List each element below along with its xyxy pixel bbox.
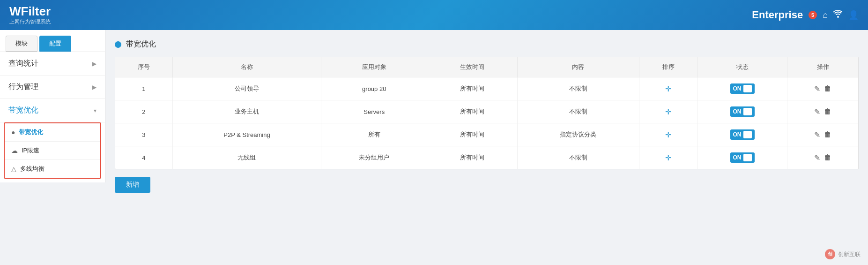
sidebar-submenu-ip-limit[interactable]: ☁ IP限速 (5, 142, 100, 160)
cell-action-1: ✎ 🗑 (787, 100, 858, 123)
cell-order-3: ✛ (639, 146, 697, 169)
circle-icon: ● (11, 129, 15, 136)
col-header-time: 生效时间 (427, 57, 517, 77)
cell-order-2: ✛ (639, 123, 697, 146)
edit-icon-1[interactable]: ✎ (814, 107, 820, 116)
move-icon-0[interactable]: ✛ (665, 85, 671, 93)
cell-content-2: 指定协议分类 (517, 123, 639, 146)
page-header-dot (115, 41, 121, 48)
toggle-handle-1 (743, 108, 752, 115)
sidebar-item-query-label: 查询统计 (8, 59, 38, 68)
edit-icon-0[interactable]: ✎ (814, 84, 820, 93)
toggle-0[interactable]: ON (730, 83, 755, 94)
toggle-label-1: ON (733, 108, 742, 115)
cell-name-1: 业务主机 (172, 100, 321, 123)
move-icon-1[interactable]: ✛ (665, 108, 671, 116)
sidebar-submenu-bandwidth: ● 带宽优化 ☁ IP限速 △ 多线均衡 (4, 122, 101, 179)
toggle-1[interactable]: ON (730, 106, 755, 117)
col-header-name: 名称 (172, 57, 321, 77)
sidebar-menu: 查询统计 ▶ 行为管理 ▶ 带宽优化 ▾ ● 带宽优化 (0, 52, 105, 182)
action-buttons-2: ✎ 🗑 (792, 130, 853, 139)
wifi-icon[interactable] (833, 10, 843, 20)
toggle-2[interactable]: ON (730, 129, 755, 140)
sidebar-item-behavior[interactable]: 行为管理 ▶ (0, 76, 105, 99)
logo-title: WFilter (9, 5, 51, 18)
move-icon-3[interactable]: ✛ (665, 154, 671, 162)
chevron-right-icon-query: ▶ (92, 61, 96, 67)
edit-icon-2[interactable]: ✎ (814, 130, 820, 139)
cell-content-3: 不限制 (517, 146, 639, 169)
toggle-handle-0 (743, 85, 752, 92)
footer-brand: 创 创新互联 (825, 249, 861, 259)
action-buttons-0: ✎ 🗑 (792, 84, 853, 93)
home-icon[interactable]: ⌂ (823, 10, 828, 20)
layout: 模块 配置 查询统计 ▶ 行为管理 ▶ 带宽优化 ▾ (0, 30, 868, 265)
submenu-bandwidth-label: 带宽优化 (19, 128, 43, 136)
sidebar-item-query[interactable]: 查询统计 ▶ (0, 52, 105, 76)
toggle-3[interactable]: ON (730, 152, 755, 163)
toggle-label-3: ON (733, 154, 742, 161)
submenu-multiline-label: 多线均衡 (20, 165, 45, 173)
cell-id-2: 3 (115, 123, 172, 146)
action-buttons-3: ✎ 🗑 (792, 153, 853, 162)
brand-icon: 创 (825, 249, 835, 259)
bandwidth-table-container: 序号 名称 应用对象 生效时间 内容 排序 状态 操作 1 公司领导 group… (115, 57, 859, 169)
tab-config[interactable]: 配置 (39, 36, 71, 52)
logo: WFilter 上网行为管理系统 (9, 5, 51, 25)
cell-content-0: 不限制 (517, 77, 639, 100)
move-icon-2[interactable]: ✛ (665, 131, 671, 139)
cell-target-0: group 20 (321, 77, 427, 100)
bandwidth-table: 序号 名称 应用对象 生效时间 内容 排序 状态 操作 1 公司领导 group… (115, 57, 858, 169)
table-row: 4 无线组 未分组用户 所有时间 不限制 ✛ ON ✎ 🗑 (115, 146, 858, 169)
tab-module[interactable]: 模块 (6, 36, 37, 52)
submenu-iplimit-label: IP限速 (22, 146, 39, 155)
chevron-right-icon-behavior: ▶ (92, 84, 96, 91)
cell-id-1: 2 (115, 100, 172, 123)
table-row: 3 P2P & Streaming 所有 所有时间 指定协议分类 ✛ ON ✎ … (115, 123, 858, 146)
cell-content-1: 不限制 (517, 100, 639, 123)
sidebar-item-bandwidth-label: 带宽优化 (8, 106, 38, 115)
notification-badge[interactable]: 5 (809, 11, 817, 19)
col-header-action: 操作 (787, 57, 858, 77)
cell-target-2: 所有 (321, 123, 427, 146)
table-row: 2 业务主机 Servers 所有时间 不限制 ✛ ON ✎ 🗑 (115, 100, 858, 123)
delete-icon-0[interactable]: 🗑 (824, 84, 831, 93)
cell-name-0: 公司领导 (172, 77, 321, 100)
cell-status-3: ON (697, 146, 787, 169)
sidebar-submenu-multiline[interactable]: △ 多线均衡 (5, 160, 100, 178)
delete-icon-2[interactable]: 🗑 (824, 130, 831, 139)
cell-order-0: ✛ (639, 77, 697, 100)
header: WFilter 上网行为管理系统 Enterprise 5 ⌂ 👤 (0, 0, 868, 30)
sidebar-item-bandwidth[interactable]: 带宽优化 ▾ (0, 99, 105, 122)
header-right: Enterprise 5 ⌂ 👤 (752, 9, 859, 21)
edit-icon-3[interactable]: ✎ (814, 153, 820, 162)
toggle-handle-2 (743, 131, 752, 138)
cell-action-3: ✎ 🗑 (787, 146, 858, 169)
page-header: 带宽优化 (115, 39, 859, 49)
cell-status-2: ON (697, 123, 787, 146)
delete-icon-3[interactable]: 🗑 (824, 153, 831, 162)
cell-status-1: ON (697, 100, 787, 123)
logo-subtitle: 上网行为管理系统 (9, 18, 51, 25)
delete-icon-1[interactable]: 🗑 (824, 107, 831, 116)
add-button[interactable]: 新增 (115, 177, 150, 193)
table-row: 1 公司领导 group 20 所有时间 不限制 ✛ ON ✎ 🗑 (115, 77, 858, 100)
cell-id-3: 4 (115, 146, 172, 169)
sidebar: 模块 配置 查询统计 ▶ 行为管理 ▶ 带宽优化 ▾ (0, 30, 105, 182)
cell-target-1: Servers (321, 100, 427, 123)
cell-action-2: ✎ 🗑 (787, 123, 858, 146)
col-header-content: 内容 (517, 57, 639, 77)
col-header-order: 排序 (639, 57, 697, 77)
user-icon[interactable]: 👤 (848, 10, 859, 20)
toggle-label-0: ON (733, 85, 742, 92)
brand-text: 创新互联 (838, 250, 861, 258)
cell-status-0: ON (697, 77, 787, 100)
chevron-down-icon-bandwidth: ▾ (94, 107, 96, 114)
triangle-icon: △ (11, 165, 16, 173)
toggle-handle-3 (743, 154, 752, 161)
page-title: 带宽优化 (126, 39, 156, 49)
action-buttons-1: ✎ 🗑 (792, 107, 853, 116)
table-header-row: 序号 名称 应用对象 生效时间 内容 排序 状态 操作 (115, 57, 858, 77)
sidebar-item-behavior-label: 行为管理 (8, 82, 38, 92)
sidebar-submenu-bandwidth-opt[interactable]: ● 带宽优化 (5, 123, 100, 142)
